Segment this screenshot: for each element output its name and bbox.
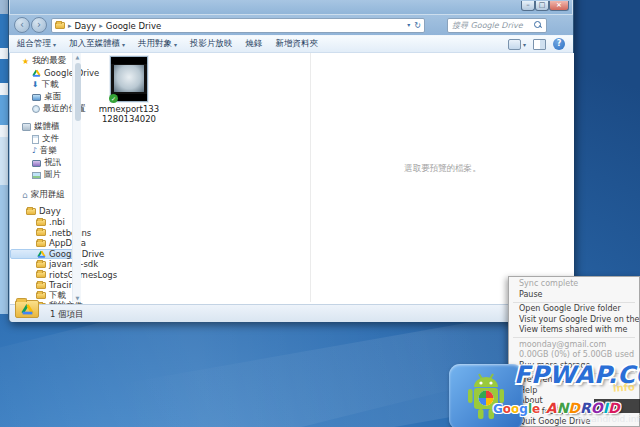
item-count: 1 個項目 [50, 309, 84, 321]
breadcrumb-current[interactable]: Google Drive [106, 21, 161, 31]
menu-item-open-folder[interactable]: Open Google Drive folder [509, 304, 639, 315]
refresh-icon[interactable]: ↻ [414, 21, 421, 30]
star-icon: ★ [22, 57, 29, 66]
watermark-letter: e [532, 402, 540, 416]
menu-separator [513, 337, 635, 338]
video-icon [32, 160, 41, 167]
preview-pane-button[interactable] [533, 39, 546, 50]
folder-icon [36, 271, 46, 278]
folder-icon [36, 240, 46, 247]
chevron-down-icon: ▾ [122, 41, 125, 48]
menu-item-account-email: moonday@gmail.com [509, 340, 639, 351]
change-view-button[interactable]: ▾ [508, 39, 526, 50]
desktop-icon [32, 94, 41, 101]
file-name[interactable]: mmexport1331280134020 [98, 105, 160, 124]
thumbnail-letterbox [111, 57, 147, 64]
chevron-down-icon: ▾ [53, 41, 56, 48]
search-input[interactable]: 搜尋 Google Drive [447, 18, 547, 33]
back-button[interactable]: ‹ [14, 17, 30, 33]
sync-check-icon: ✓ [109, 94, 118, 103]
preview-pane: 選取要預覽的檔案。 [310, 53, 574, 302]
folder-icon [26, 208, 36, 215]
scroll-up-icon[interactable]: ▲ [73, 54, 82, 60]
watermark-letter: g [519, 402, 528, 416]
menu-item-sync-status: Sync complete [509, 279, 639, 290]
chevron-down-icon: ▾ [174, 41, 177, 48]
tree-scrollbar[interactable]: ▲ ▼ [72, 53, 81, 302]
address-bar[interactable]: ▸ Dayy ▸ Google Drive ▾ ↻ [51, 18, 425, 33]
explorer-content: ★我的最愛 Google Drive ⬇下載 桌面 最近的位置 媒體櫃 文件 ♪… [10, 53, 574, 304]
close-button[interactable]: × [549, 1, 569, 11]
burn-button[interactable]: 燒錄 [246, 38, 263, 50]
preview-hint-text: 選取要預覽的檔案。 [311, 163, 574, 175]
music-icon: ♪ [32, 147, 37, 155]
android-robot-badge [449, 364, 523, 427]
folder-icon [36, 282, 46, 289]
folder-icon [36, 292, 46, 299]
minimize-button[interactable]: – [521, 1, 535, 11]
folder-icon [55, 22, 65, 29]
menu-separator [513, 302, 635, 303]
menu-item-storage-usage: 0.00GB (0%) of 5.00GB used [509, 350, 639, 361]
recent-places-icon [32, 105, 40, 113]
download-icon: ⬇ [32, 81, 39, 89]
window-titlebar[interactable]: – □ × [9, 0, 573, 15]
watermark-letter: N [557, 400, 569, 416]
forward-button[interactable]: › [31, 17, 47, 33]
views-icon [508, 39, 521, 50]
search-placeholder: 搜尋 Google Drive [452, 20, 523, 31]
menu-item-shared-with-me[interactable]: View items shared with me [509, 325, 639, 336]
homegroup-icon: ⌂ [22, 191, 28, 200]
organize-button[interactable]: 組合管理▾ [17, 38, 56, 50]
folder-icon [36, 261, 46, 268]
folder-icon [36, 219, 46, 226]
address-dropdown-icon[interactable]: ▾ [407, 21, 410, 30]
window-controls: – □ × [521, 1, 569, 11]
google-drive-icon [32, 69, 41, 77]
google-drive-folder-icon [15, 300, 39, 318]
watermark-letter: o [503, 402, 511, 416]
watermark-letter: G [493, 402, 503, 416]
help-button[interactable]: ? [553, 38, 565, 50]
folder-icon [36, 229, 46, 236]
file-thumbnail-image[interactable]: ✓ [110, 56, 148, 102]
breadcrumb-arrow-icon: ▸ [99, 22, 103, 30]
maximize-button[interactable]: □ [535, 1, 549, 11]
file-list: ✓ mmexport1331280134020 [84, 53, 310, 302]
search-icon[interactable] [534, 21, 542, 30]
command-toolbar: 組合管理▾ 加入至媒體櫃▾ 共用對象▾ 投影片放映 燒錄 新增資料夾 ▾ ? [9, 35, 573, 53]
navigation-bar: ‹ › ▸ Dayy ▸ Google Drive ▾ ↻ 搜尋 Google … [9, 15, 573, 35]
tree-item-google-drive-selected[interactable]: Google Drive [10, 249, 80, 260]
scrollbar-thumb[interactable] [75, 63, 81, 121]
share-with-button[interactable]: 共用對象▾ [138, 38, 177, 50]
watermark-site-text: hk-android.info [577, 414, 640, 424]
scroll-down-icon[interactable]: ▼ [73, 295, 82, 301]
status-bar: 1 個項目 [10, 304, 572, 322]
file-item[interactable]: ✓ mmexport1331280134020 [98, 56, 160, 124]
thumbnail-face [114, 65, 144, 92]
breadcrumb-root[interactable]: Dayy [75, 21, 97, 31]
new-folder-button[interactable]: 新增資料夾 [276, 38, 319, 50]
include-in-library-button[interactable]: 加入至媒體櫃▾ [69, 38, 125, 50]
watermark-info-tag: info [613, 381, 635, 393]
menu-item-pause[interactable]: Pause [509, 290, 639, 301]
breadcrumb-arrow-icon: ▸ [68, 22, 72, 30]
explorer-window: – □ × ‹ › ▸ Dayy ▸ Google Drive ▾ ↻ 搜尋 G… [8, 0, 574, 322]
menu-item-visit-web[interactable]: Visit your Google Drive on the web [509, 315, 639, 326]
document-icon [32, 135, 39, 144]
chevron-down-icon: ▾ [523, 41, 526, 48]
picture-icon [32, 172, 41, 179]
slideshow-button[interactable]: 投影片放映 [190, 38, 233, 50]
libraries-icon [22, 123, 31, 131]
desktop: – □ × ‹ › ▸ Dayy ▸ Google Drive ▾ ↻ 搜尋 G… [0, 0, 640, 427]
watermark-letter: A [546, 400, 557, 416]
google-drive-icon [37, 250, 46, 258]
